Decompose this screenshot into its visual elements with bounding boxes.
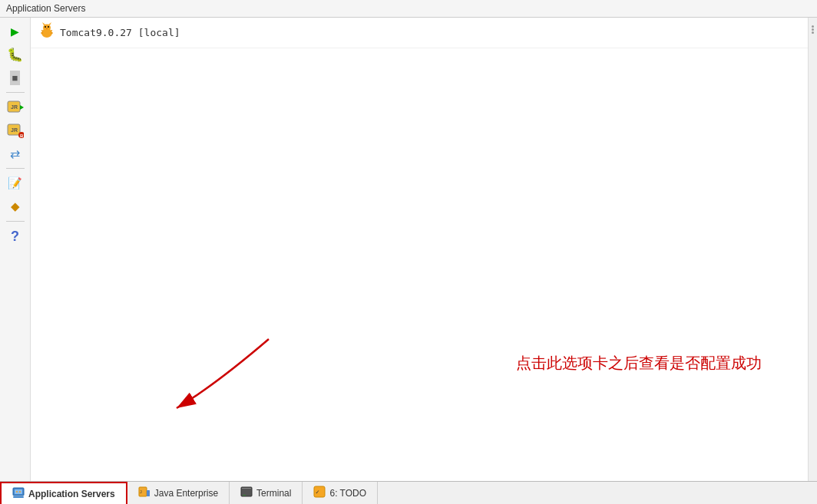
- svg-text:B: B: [20, 133, 24, 138]
- scrollbar-right[interactable]: [808, 18, 817, 481]
- svg-point-13: [46, 28, 48, 29]
- tab-application-servers[interactable]: Application Servers: [0, 482, 127, 504]
- run-jr-button[interactable]: JR: [3, 97, 28, 118]
- svg-text:J: J: [140, 489, 142, 494]
- toolbar-divider-3: [6, 221, 25, 222]
- svg-point-11: [45, 26, 46, 28]
- tab-java-enterprise[interactable]: J Java Enterprise: [127, 482, 230, 504]
- tab-terminal[interactable]: _ Terminal: [230, 482, 303, 504]
- toolbar-divider-1: [6, 92, 25, 93]
- svg-text:✓: ✓: [316, 489, 319, 496]
- svg-point-8: [43, 25, 51, 31]
- main-content: ▶ 🐛 ■ JR JR B: [0, 18, 817, 481]
- content-area: Tomcat9.0.27 [local] 点击此选项卡之后查看是否配置成功: [31, 18, 808, 481]
- debug-jr-button[interactable]: JR B: [3, 120, 28, 141]
- svg-marker-2: [20, 105, 24, 110]
- terminal-icon: _: [240, 486, 253, 500]
- tab-todo-label: 6: TODO: [329, 488, 366, 499]
- tab-java-enterprise-label: Java Enterprise: [154, 488, 218, 499]
- tab-terminal-label: Terminal: [256, 488, 291, 499]
- toolbar: ▶ 🐛 ■ JR JR B: [0, 18, 31, 481]
- todo-icon: ✓: [313, 486, 326, 500]
- svg-text:JR: JR: [11, 127, 18, 133]
- svg-rect-23: [13, 496, 24, 498]
- stop-button[interactable]: ■: [3, 67, 28, 88]
- svg-rect-20: [15, 489, 22, 494]
- edit-button[interactable]: 📝: [3, 173, 28, 194]
- java-enterprise-icon: J: [138, 486, 150, 500]
- tab-bar: Application Servers J Java Enterprise _ …: [0, 481, 817, 504]
- svg-rect-29: [242, 488, 251, 489]
- tomcat-icon: [38, 22, 55, 43]
- application-servers-icon: [12, 486, 25, 501]
- svg-point-22: [19, 491, 21, 492]
- svg-point-12: [48, 26, 49, 28]
- server-item[interactable]: Tomcat9.0.27 [local]: [31, 18, 808, 48]
- svg-rect-25: [147, 490, 150, 496]
- help-button[interactable]: ?: [3, 226, 28, 247]
- svg-point-21: [16, 491, 18, 492]
- svg-text:JR: JR: [11, 104, 18, 110]
- debug-button[interactable]: 🐛: [3, 44, 28, 65]
- tab-application-servers-label: Application Servers: [28, 489, 115, 499]
- tab-todo[interactable]: ✓ 6: TODO: [303, 482, 378, 504]
- server-list: Tomcat9.0.27 [local]: [31, 18, 808, 481]
- toolbar-divider-2: [6, 168, 25, 169]
- scroll-indicator: [812, 25, 814, 34]
- update-button[interactable]: ⇄: [3, 143, 28, 164]
- play-button[interactable]: ▶: [3, 21, 28, 42]
- panel-title: Application Servers: [0, 0, 817, 18]
- configure-button[interactable]: ◆: [3, 196, 28, 217]
- server-name: Tomcat9.0.27 [local]: [60, 27, 180, 38]
